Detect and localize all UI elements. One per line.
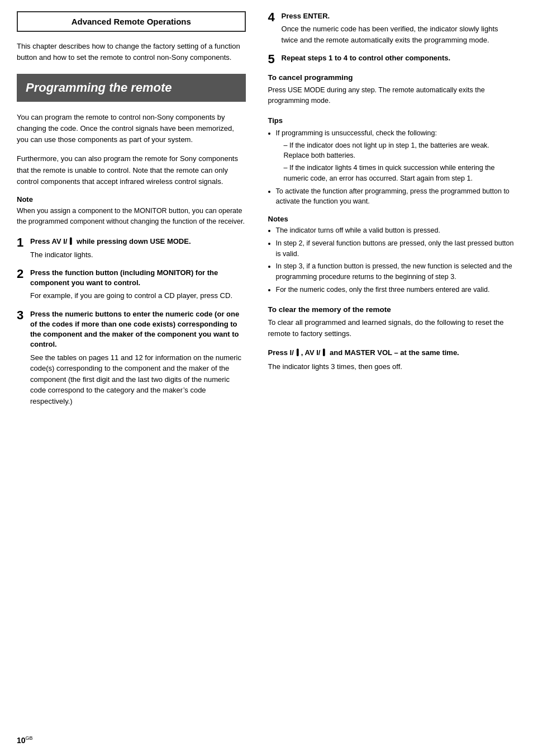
clear-memory-bold: Press I/⏽, AV I/⏽ and MASTER VOL – at th…	[268, 347, 516, 358]
section-title: Programming the remote	[26, 81, 237, 95]
cancel-section: To cancel programming Press USE MODE dur…	[268, 73, 516, 106]
step-5-number: 5	[268, 53, 278, 65]
step-2-bold: Press the function button (including MON…	[30, 268, 246, 288]
clear-memory-label: To clear the memory of the remote	[268, 305, 516, 314]
step-4-content: Press ENTER. Once the numeric code has b…	[282, 11, 516, 45]
step-2: 2 Press the function button (including M…	[17, 268, 246, 301]
step-4-number: 4	[268, 11, 278, 23]
step-3-content: Press the numeric buttons to enter the n…	[30, 309, 246, 407]
tip-1-sub-1: If the indicator does not light up in st…	[284, 140, 516, 162]
step-3-detail: See the tables on pages 11 and 12 for in…	[30, 352, 246, 407]
cancel-text: Press USE MODE during any step. The remo…	[268, 85, 516, 106]
step-1-number: 1	[17, 237, 27, 249]
note-item-1: The indicator turns off while a valid bu…	[276, 225, 516, 236]
step-1-bold: Press AV I/⏽ while pressing down USE MOD…	[30, 237, 246, 247]
tip-2: To activate the function after programmi…	[276, 186, 516, 207]
step-1-content: Press AV I/⏽ while pressing down USE MOD…	[30, 237, 246, 260]
step-5: 5 Repeat steps 1 to 4 to control other c…	[268, 53, 516, 65]
body-para1: You can program the remote to control no…	[17, 112, 246, 145]
notes-list: The indicator turns off while a valid bu…	[268, 225, 516, 295]
step-4: 4 Press ENTER. Once the numeric code has…	[268, 11, 516, 45]
note-label: Note	[17, 195, 246, 204]
clear-memory-section: To clear the memory of the remote To cle…	[268, 305, 516, 373]
step-2-content: Press the function button (including MON…	[30, 268, 246, 301]
tip-1-sub: If the indicator does not light up in st…	[276, 140, 516, 184]
notes-label: Notes	[268, 215, 516, 223]
step-1: 1 Press AV I/⏽ while pressing down USE M…	[17, 237, 246, 260]
tips-list: If programming is unsuccessful, check th…	[268, 128, 516, 207]
step-3: 3 Press the numeric buttons to enter the…	[17, 309, 246, 407]
note-text: When you assign a component to the MONIT…	[17, 206, 246, 227]
note-item-3: In step 3, if a function button is press…	[276, 261, 516, 282]
tip-1-text: If programming is unsuccessful, check th…	[276, 129, 437, 137]
note-item-2: In step 2, if several function buttons a…	[276, 238, 516, 259]
body-para2: Furthermore, you can also program the re…	[17, 153, 246, 187]
tips-label: Tips	[268, 116, 516, 125]
step-4-bold: Press ENTER.	[282, 11, 516, 21]
section-title-box: Programming the remote	[17, 74, 246, 102]
step-2-number: 2	[17, 268, 27, 280]
step-5-bold: Repeat steps 1 to 4 to control other com…	[282, 53, 516, 63]
page-header: Advanced Remote Operations	[17, 11, 246, 32]
clear-memory-text: To clear all programmed and learned sign…	[268, 317, 516, 339]
page-number: 10	[17, 736, 26, 745]
step-4-detail: Once the numeric code has been verified,…	[282, 23, 516, 45]
step-5-content: Repeat steps 1 to 4 to control other com…	[282, 53, 516, 65]
cancel-label: To cancel programming	[268, 73, 516, 82]
page-suffix: GB	[26, 735, 33, 741]
page-title: Advanced Remote Operations	[26, 17, 237, 26]
clear-memory-result: The indicator lights 3 times, then goes …	[268, 361, 516, 372]
step-2-detail: For example, if you are going to control…	[30, 290, 246, 301]
step-1-detail: The indicator lights.	[30, 249, 246, 261]
note-section: Note When you assign a component to the …	[17, 195, 246, 227]
tip-1-sub-2: If the indicator lights 4 times in quick…	[284, 163, 516, 184]
page-footer: 10GB	[17, 735, 33, 745]
note-item-4: For the numeric codes, only the first th…	[276, 285, 516, 295]
step-3-bold: Press the numeric buttons to enter the n…	[30, 309, 246, 350]
intro-text: This chapter describes how to change the…	[17, 41, 246, 63]
tip-1: If programming is unsuccessful, check th…	[276, 128, 516, 184]
step-3-number: 3	[17, 309, 27, 322]
notes-section: Notes The indicator turns off while a va…	[268, 215, 516, 295]
tips-section: Tips If programming is unsuccessful, che…	[268, 116, 516, 207]
